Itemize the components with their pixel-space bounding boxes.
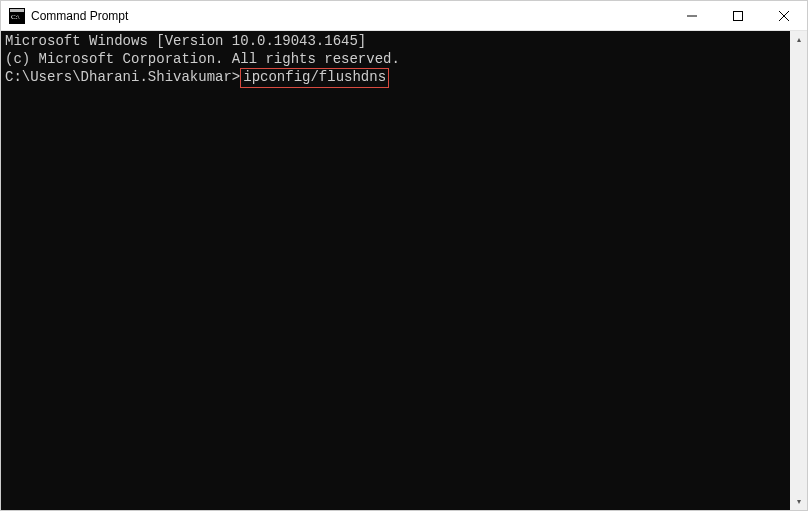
svg-rect-4 (734, 11, 743, 20)
terminal-output[interactable]: Microsoft Windows [Version 10.0.19043.16… (1, 31, 790, 510)
prompt-path: C:\Users\Dharani.Shivakumar> (5, 69, 240, 85)
close-button[interactable] (761, 1, 807, 30)
maximize-button[interactable] (715, 1, 761, 30)
minimize-button[interactable] (669, 1, 715, 30)
scroll-up-arrow-icon[interactable]: ▴ (790, 31, 807, 48)
close-icon (779, 11, 789, 21)
cmd-icon: C:\ (9, 8, 25, 24)
command-prompt-window: C:\ Command Prompt Micro (0, 0, 808, 511)
minimize-icon (687, 11, 697, 21)
terminal-wrapper: Microsoft Windows [Version 10.0.19043.16… (1, 31, 807, 510)
entered-command: ipconfig/flushdns (240, 68, 389, 88)
scroll-down-arrow-icon[interactable]: ▾ (790, 493, 807, 510)
svg-text:C:\: C:\ (11, 13, 20, 21)
window-title: Command Prompt (31, 9, 669, 23)
titlebar[interactable]: C:\ Command Prompt (1, 1, 807, 31)
svg-rect-1 (10, 9, 24, 12)
window-controls (669, 1, 807, 30)
vertical-scrollbar[interactable]: ▴ ▾ (790, 31, 807, 510)
maximize-icon (733, 11, 743, 21)
terminal-prompt-line: C:\Users\Dharani.Shivakumar>ipconfig/flu… (5, 68, 786, 88)
scroll-track[interactable] (790, 48, 807, 493)
terminal-line-copyright: (c) Microsoft Corporation. All rights re… (5, 51, 786, 69)
terminal-line-version: Microsoft Windows [Version 10.0.19043.16… (5, 33, 786, 51)
